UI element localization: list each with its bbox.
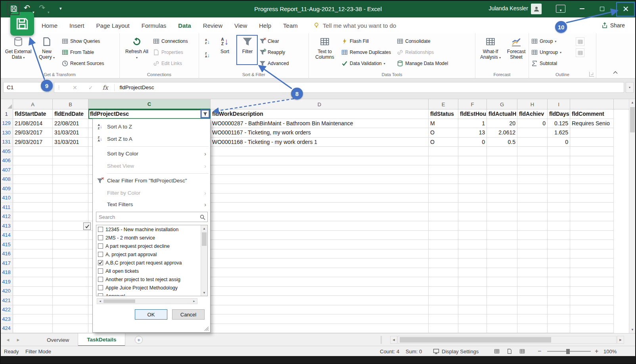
- cell-J409[interactable]: [570, 184, 614, 193]
- cell-G409[interactable]: [487, 184, 517, 193]
- cell-I417[interactable]: [548, 259, 570, 268]
- cell-H419[interactable]: [517, 277, 548, 287]
- cell-D415[interactable]: [211, 240, 429, 249]
- cell-H410[interactable]: [517, 193, 548, 203]
- cell-J412[interactable]: [570, 212, 614, 222]
- cell-A424[interactable]: [13, 324, 53, 333]
- menu-item-clear-filter[interactable]: Clear Filter From "fldProjectDesc": [93, 174, 210, 187]
- cell-H130[interactable]: [517, 128, 548, 138]
- cell-J408[interactable]: [570, 175, 614, 184]
- cell-E419[interactable]: [429, 277, 458, 287]
- subtotal-button[interactable]: Subtotal: [531, 59, 561, 68]
- cell-B423[interactable]: [53, 314, 88, 324]
- resize-grip-icon[interactable]: [204, 326, 209, 331]
- cell-D417[interactable]: [211, 259, 429, 268]
- scroll-down-icon[interactable]: ▼: [629, 326, 636, 333]
- close-button[interactable]: ×: [619, 0, 633, 17]
- row-header-129[interactable]: 129: [0, 119, 13, 128]
- header-cell-fldStartDate[interactable]: fldStartDate: [13, 109, 53, 119]
- cell-B408[interactable]: [53, 175, 88, 184]
- cell-A418[interactable]: [13, 268, 53, 278]
- cell-B407[interactable]: [53, 165, 88, 175]
- header-cell-fldComment[interactable]: fldComment: [570, 109, 614, 119]
- filter-list-item[interactable]: A part request project decline: [96, 242, 201, 250]
- cell-J410[interactable]: [570, 193, 614, 203]
- cell-J421[interactable]: [570, 296, 614, 305]
- cell-H416[interactable]: [517, 249, 548, 259]
- cell-F424[interactable]: [458, 324, 487, 333]
- cell-G407[interactable]: [487, 165, 517, 175]
- row-header-421[interactable]: 421: [0, 296, 13, 305]
- cell-H405[interactable]: [517, 147, 548, 156]
- cell-A414[interactable]: [13, 231, 53, 240]
- cell-J417[interactable]: [570, 259, 614, 268]
- avatar[interactable]: [531, 4, 542, 14]
- ungroup-button[interactable]: Ungroup ▾: [531, 48, 561, 57]
- cell-G129[interactable]: 20: [487, 119, 517, 128]
- cell-H407[interactable]: [517, 165, 548, 175]
- hscroll-left-icon[interactable]: ◄: [390, 336, 397, 344]
- cell-I129[interactable]: 0.125: [548, 119, 570, 128]
- cell-H409[interactable]: [517, 184, 548, 193]
- cell-A405[interactable]: [13, 147, 53, 156]
- header-cell-fldEndDate[interactable]: fldEndDate: [53, 109, 88, 119]
- cell-B129[interactable]: 22/08/201: [53, 119, 88, 128]
- filter-list-item[interactable]: A,B,C project part request approva: [96, 259, 201, 267]
- cell-E415[interactable]: [429, 240, 458, 249]
- collapse-ribbon-icon[interactable]: [613, 69, 618, 76]
- row-header-411[interactable]: 411: [0, 203, 13, 212]
- consolidate-button[interactable]: Consolidate: [397, 36, 448, 46]
- column-header-C[interactable]: C: [88, 99, 211, 109]
- select-all-corner[interactable]: [0, 99, 13, 109]
- reapply-button[interactable]: Reapply: [259, 48, 289, 57]
- row-header-418[interactable]: 418: [0, 268, 13, 278]
- cell-E407[interactable]: [429, 165, 458, 175]
- tab-scroll-divider[interactable]: [381, 336, 382, 344]
- cell-J424[interactable]: [570, 324, 614, 333]
- search-input[interactable]: [96, 212, 207, 222]
- scroll-up-icon[interactable]: ▲: [629, 99, 636, 106]
- filter-button[interactable]: Filter: [238, 36, 257, 54]
- cell-A422[interactable]: [13, 305, 53, 315]
- cell-J406[interactable]: [570, 156, 614, 166]
- cell-B419[interactable]: [53, 277, 88, 287]
- cell-I410[interactable]: [548, 193, 570, 203]
- row-header-413[interactable]: 413: [0, 221, 13, 231]
- cell-F422[interactable]: [458, 305, 487, 315]
- row-header-410[interactable]: 410: [0, 193, 13, 203]
- menu-item-text-filters[interactable]: Text Filters›: [93, 198, 210, 211]
- row-header-417[interactable]: 417: [0, 259, 13, 268]
- cell-B130[interactable]: 31/03/201: [53, 128, 88, 138]
- header-cell-fldDays[interactable]: fldDays: [548, 109, 570, 119]
- cell-B131[interactable]: 31/03/201: [53, 138, 88, 147]
- cell-A129[interactable]: 21/08/2014: [13, 119, 53, 128]
- cell-D130[interactable]: WO0001167 - Ticketing, my work orders: [211, 128, 429, 138]
- show-queries-button[interactable]: Show Queries: [62, 36, 104, 46]
- cell-F423[interactable]: [458, 314, 487, 324]
- cell-F413[interactable]: [458, 221, 487, 231]
- cell-F405[interactable]: [458, 147, 487, 156]
- cell-H131[interactable]: [517, 138, 548, 147]
- cell-B415[interactable]: [53, 240, 88, 249]
- cell-F416[interactable]: [458, 249, 487, 259]
- cell-B416[interactable]: [53, 249, 88, 259]
- filter-item-checkbox[interactable]: [98, 268, 103, 274]
- cell-E424[interactable]: [429, 324, 458, 333]
- cell-J129[interactable]: Requires Senio: [570, 119, 614, 128]
- cell-I415[interactable]: [548, 240, 570, 249]
- column-header-G[interactable]: G: [487, 99, 517, 109]
- list-horizontal-scrollbar[interactable]: ◄ ►: [97, 298, 197, 304]
- cell-A420[interactable]: [13, 287, 53, 296]
- cell-J131[interactable]: [570, 138, 614, 147]
- row-header-412[interactable]: 412: [0, 212, 13, 222]
- row-header-423[interactable]: 423: [0, 314, 13, 324]
- cell-G417[interactable]: [487, 259, 517, 268]
- cell-I414[interactable]: [548, 231, 570, 240]
- cell-B405[interactable]: [53, 147, 88, 156]
- cell-H414[interactable]: [517, 231, 548, 240]
- cell-A131[interactable]: 29/03/2017: [13, 138, 53, 147]
- row-header-419[interactable]: 419: [0, 277, 13, 287]
- cell-D131[interactable]: WO0001168 - Ticketing - my work orders 1: [211, 138, 429, 147]
- formula-bar-handle[interactable]: ⋮: [57, 85, 61, 90]
- cell-F408[interactable]: [458, 175, 487, 184]
